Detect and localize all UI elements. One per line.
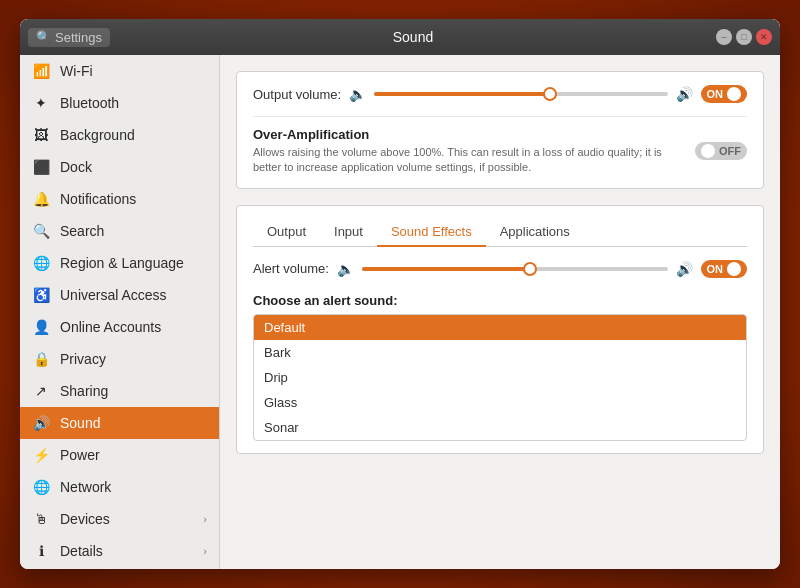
window-controls: – □ ✕ (716, 29, 772, 45)
output-volume-toggle[interactable]: ON (701, 85, 748, 103)
sidebar-item-region[interactable]: 🌐 Region & Language (20, 247, 219, 279)
sidebar-item-background[interactable]: 🖼 Background (20, 119, 219, 151)
notifications-icon: 🔔 (32, 191, 50, 207)
alert-toggle-label: ON (707, 263, 724, 275)
alert-volume-row: Alert volume: 🔈 🔊 ON (253, 259, 747, 279)
over-amp-title: Over-Amplification (253, 127, 683, 142)
tabs: OutputInputSound EffectsApplications (253, 218, 747, 247)
close-button[interactable]: ✕ (756, 29, 772, 45)
sidebar-item-bluetooth[interactable]: ✦ Bluetooth (20, 87, 219, 119)
sidebar-label-power: Power (60, 447, 100, 463)
over-amp-toggle[interactable]: OFF (695, 142, 747, 160)
choose-alert-label: Choose an alert sound: (253, 293, 747, 308)
alert-slider-track (362, 267, 668, 271)
search-icon: 🔍 (36, 30, 51, 44)
sidebar-item-online[interactable]: 👤 Online Accounts (20, 311, 219, 343)
region-icon: 🌐 (32, 255, 50, 271)
sidebar-item-power[interactable]: ⚡ Power (20, 439, 219, 471)
titlebar-search-box[interactable]: 🔍 Settings (28, 28, 110, 47)
background-icon: 🖼 (32, 127, 50, 143)
alert-volume-low-icon: 🔈 (337, 261, 354, 277)
settings-window: 🔍 Settings Sound – □ ✕ 📶 Wi-Fi ✦ Bluetoo… (20, 19, 780, 569)
output-volume-slider[interactable] (374, 84, 667, 104)
over-amplification-section: Over-Amplification Allows raising the vo… (253, 116, 747, 176)
sidebar-label-bluetooth: Bluetooth (60, 95, 119, 111)
toggle-knob-off (701, 144, 715, 158)
alert-volume-toggle[interactable]: ON (701, 260, 748, 278)
sidebar: 📶 Wi-Fi ✦ Bluetooth 🖼 Background ⬛ Dock … (20, 55, 220, 569)
over-amp-desc: Allows raising the volume above 100%. Th… (253, 145, 683, 176)
sidebar-label-region: Region & Language (60, 255, 184, 271)
minimize-button[interactable]: – (716, 29, 732, 45)
search-icon: 🔍 (32, 223, 50, 239)
sound-item-glass[interactable]: Glass (254, 390, 746, 415)
sidebar-item-notifications[interactable]: 🔔 Notifications (20, 183, 219, 215)
sidebar-item-universal[interactable]: ♿ Universal Access (20, 279, 219, 311)
sidebar-label-sound: Sound (60, 415, 100, 431)
main-panel: Output volume: 🔈 🔊 ON (220, 55, 780, 569)
wifi-icon: 📶 (32, 63, 50, 79)
alert-toggle-knob (727, 262, 741, 276)
sidebar-item-search[interactable]: 🔍 Search (20, 215, 219, 247)
online-icon: 👤 (32, 319, 50, 335)
bluetooth-icon: ✦ (32, 95, 50, 111)
volume-high-icon: 🔊 (676, 86, 693, 102)
dock-icon: ⬛ (32, 159, 50, 175)
window-title: Sound (110, 29, 716, 45)
sound-item-sonar[interactable]: Sonar (254, 415, 746, 440)
alert-slider-thumb[interactable] (523, 262, 537, 276)
alert-slider-fill (362, 267, 530, 271)
sound-icon: 🔊 (32, 415, 50, 431)
tab-output[interactable]: Output (253, 218, 320, 247)
output-volume-label: Output volume: (253, 87, 341, 102)
chevron-icon: › (203, 513, 207, 525)
slider-track (374, 92, 667, 96)
tab-input[interactable]: Input (320, 218, 377, 247)
sidebar-item-privacy[interactable]: 🔒 Privacy (20, 343, 219, 375)
titlebar: 🔍 Settings Sound – □ ✕ (20, 19, 780, 55)
output-section: Output volume: 🔈 🔊 ON (236, 71, 764, 189)
sound-item-bark[interactable]: Bark (254, 340, 746, 365)
power-icon: ⚡ (32, 447, 50, 463)
details-icon: ℹ (32, 543, 50, 559)
sidebar-item-sharing[interactable]: ↗ Sharing (20, 375, 219, 407)
toggle-off-label: OFF (719, 145, 741, 157)
tab-sound_effects[interactable]: Sound Effects (377, 218, 486, 247)
sidebar-label-network: Network (60, 479, 111, 495)
volume-low-icon: 🔈 (349, 86, 366, 102)
sidebar-item-devices[interactable]: 🖱 Devices › (20, 503, 219, 535)
sidebar-label-background: Background (60, 127, 135, 143)
sidebar-item-network[interactable]: 🌐 Network (20, 471, 219, 503)
slider-fill (374, 92, 550, 96)
sidebar-item-details[interactable]: ℹ Details › (20, 535, 219, 567)
sidebar-label-universal: Universal Access (60, 287, 167, 303)
sidebar-label-notifications: Notifications (60, 191, 136, 207)
sound-effects-section: OutputInputSound EffectsApplications Ale… (236, 205, 764, 454)
sharing-icon: ↗ (32, 383, 50, 399)
sidebar-item-dock[interactable]: ⬛ Dock (20, 151, 219, 183)
sound-item-drip[interactable]: Drip (254, 365, 746, 390)
slider-thumb[interactable] (543, 87, 557, 101)
sidebar-label-devices: Devices (60, 511, 110, 527)
toggle-knob (727, 87, 741, 101)
sidebar-label-privacy: Privacy (60, 351, 106, 367)
tab-applications[interactable]: Applications (486, 218, 584, 247)
toggle-on-label: ON (707, 88, 724, 100)
sidebar-item-wifi[interactable]: 📶 Wi-Fi (20, 55, 219, 87)
alert-volume-slider[interactable] (362, 259, 668, 279)
content-area: 📶 Wi-Fi ✦ Bluetooth 🖼 Background ⬛ Dock … (20, 55, 780, 569)
window-title-text: Sound (393, 29, 433, 45)
chevron-icon: › (203, 545, 207, 557)
output-volume-row: Output volume: 🔈 🔊 ON (253, 84, 747, 104)
sound-item-default[interactable]: Default (254, 315, 746, 340)
maximize-button[interactable]: □ (736, 29, 752, 45)
alert-volume-high-icon: 🔊 (676, 261, 693, 277)
titlebar-left: 🔍 Settings (28, 28, 110, 47)
sidebar-label-details: Details (60, 543, 103, 559)
universal-icon: ♿ (32, 287, 50, 303)
sidebar-item-sound[interactable]: 🔊 Sound (20, 407, 219, 439)
over-amp-text: Over-Amplification Allows raising the vo… (253, 127, 683, 176)
titlebar-app-label: Settings (55, 30, 102, 45)
alert-volume-label: Alert volume: (253, 261, 329, 276)
sidebar-label-sharing: Sharing (60, 383, 108, 399)
